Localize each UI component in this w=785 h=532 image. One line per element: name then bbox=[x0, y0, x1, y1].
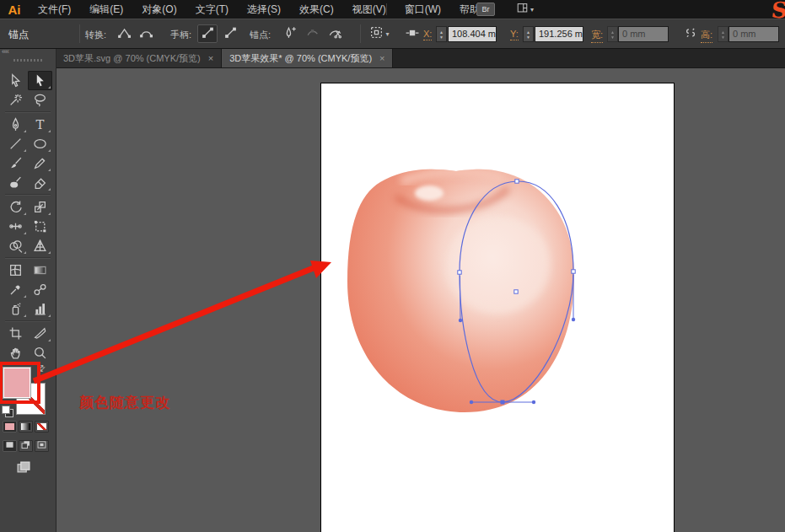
direct-selection-tool[interactable] bbox=[28, 71, 52, 90]
draw-normal-button[interactable] bbox=[3, 440, 17, 452]
flyout-indicator bbox=[48, 314, 51, 317]
column-graph-tool[interactable] bbox=[28, 299, 52, 319]
canvas-area[interactable] bbox=[56, 67, 785, 532]
pencil-tool[interactable] bbox=[28, 153, 52, 173]
hide-handles-button[interactable] bbox=[220, 24, 240, 43]
height-label[interactable]: 高: bbox=[701, 29, 712, 43]
width-stepper[interactable] bbox=[607, 26, 618, 42]
gradient-tool[interactable] bbox=[28, 261, 52, 280]
show-handles-button[interactable] bbox=[197, 24, 218, 43]
free-transform-tool[interactable] bbox=[28, 217, 52, 236]
chevron-down-icon bbox=[385, 30, 389, 38]
selected-anchor-point[interactable] bbox=[501, 400, 505, 405]
y-stepper[interactable] bbox=[523, 26, 534, 42]
x-value-field[interactable]: 108.404 mm bbox=[448, 26, 497, 42]
blob-brush-tool[interactable] bbox=[3, 173, 28, 192]
anchor-point[interactable] bbox=[515, 180, 519, 183]
workspace-switcher-button[interactable] bbox=[516, 3, 543, 16]
default-fill-stroke-icon[interactable] bbox=[2, 406, 15, 417]
width-label[interactable]: 宽: bbox=[591, 29, 603, 43]
apple-shape[interactable] bbox=[347, 169, 574, 412]
anchor-point[interactable] bbox=[458, 271, 461, 274]
artboard-tool[interactable] bbox=[3, 324, 28, 343]
remove-anchor-icon bbox=[305, 25, 320, 42]
none-button[interactable] bbox=[35, 421, 49, 433]
type-tool[interactable]: T bbox=[28, 115, 52, 134]
mesh-tool[interactable] bbox=[3, 261, 28, 280]
handle-end-point[interactable] bbox=[459, 319, 462, 322]
fill-swatch[interactable] bbox=[3, 367, 31, 399]
annotation-text: 颜色随意更改 bbox=[79, 393, 170, 412]
document-tabs: 3D苹果.svg @ 70% (CMYK/预览)×3D苹果效果* @ 70% (… bbox=[56, 49, 785, 68]
blend-tool[interactable] bbox=[28, 280, 52, 299]
magic-wand-tool[interactable] bbox=[3, 90, 28, 110]
selection-tool[interactable] bbox=[3, 71, 28, 90]
tab-close-button[interactable]: × bbox=[379, 54, 384, 62]
bridge-button[interactable]: Br bbox=[476, 3, 495, 16]
paintbrush-tool[interactable] bbox=[3, 153, 28, 173]
zoom-tool[interactable] bbox=[28, 343, 52, 363]
menu-file[interactable]: 文件(F) bbox=[29, 0, 80, 19]
lasso-tool[interactable] bbox=[28, 90, 52, 110]
convert-smooth-icon bbox=[138, 25, 153, 42]
tool-group-divider bbox=[5, 320, 51, 322]
convert-to-corner-button[interactable] bbox=[113, 24, 133, 43]
flyout-indicator bbox=[48, 130, 51, 132]
height-stepper[interactable] bbox=[718, 26, 729, 42]
menu-view[interactable]: 视图(V) bbox=[343, 0, 395, 19]
menu-effect[interactable]: 效果(C) bbox=[290, 0, 343, 19]
x-label[interactable]: X: bbox=[423, 29, 432, 40]
tab-close-button[interactable]: × bbox=[208, 54, 213, 62]
hand-tool[interactable] bbox=[3, 343, 28, 363]
eyedropper-tool[interactable] bbox=[3, 280, 28, 299]
shape-builder-tool[interactable] bbox=[3, 236, 28, 255]
menu-bar: Ai 文件(F)编辑(E)对象(O)文字(T)选择(S)效果(C)视图(V)窗口… bbox=[0, 0, 785, 19]
draw-behind-button[interactable] bbox=[19, 440, 33, 452]
handle-end-point[interactable] bbox=[572, 318, 575, 321]
swap-fill-stroke-icon[interactable] bbox=[35, 363, 47, 374]
context-title: 锚点 bbox=[8, 28, 29, 42]
pen-tool[interactable] bbox=[3, 115, 28, 134]
eraser-tool[interactable] bbox=[28, 173, 52, 192]
menu-select[interactable]: 选择(S) bbox=[238, 0, 290, 19]
handle-end-point[interactable] bbox=[470, 400, 473, 404]
panel-grip[interactable] bbox=[13, 59, 42, 62]
draw-inside-icon bbox=[35, 439, 48, 453]
perspective-grid-tool[interactable] bbox=[28, 236, 52, 255]
slice-tool[interactable] bbox=[28, 324, 52, 343]
anchor-point[interactable] bbox=[572, 270, 575, 273]
y-value-field[interactable]: 191.256 mm bbox=[535, 26, 583, 42]
menu-type[interactable]: 文字(T) bbox=[186, 0, 238, 19]
menu-object[interactable]: 对象(O) bbox=[132, 0, 185, 19]
draw-inside-button[interactable] bbox=[35, 440, 49, 452]
line-segment-tool[interactable] bbox=[3, 134, 28, 153]
y-label[interactable]: Y: bbox=[510, 29, 519, 40]
gradient-button[interactable] bbox=[19, 421, 33, 433]
height-value-field[interactable]: 0 mm bbox=[729, 26, 779, 42]
rotate-tool[interactable] bbox=[3, 197, 28, 217]
width-value-field[interactable]: 0 mm bbox=[618, 26, 669, 42]
remove-anchor-button[interactable] bbox=[302, 24, 322, 43]
width-tool[interactable] bbox=[3, 217, 28, 236]
x-stepper[interactable] bbox=[436, 26, 447, 42]
cut-path-button[interactable] bbox=[325, 24, 345, 43]
add-anchor-button[interactable] bbox=[279, 24, 299, 43]
apple-artwork[interactable] bbox=[321, 83, 674, 532]
symbol-sprayer-tool[interactable] bbox=[3, 299, 28, 319]
convert-to-smooth-button[interactable] bbox=[135, 24, 155, 43]
isolate-object-button[interactable] bbox=[401, 24, 422, 43]
select-similar-button[interactable] bbox=[366, 24, 393, 43]
menu-window[interactable]: 窗口(W) bbox=[395, 0, 450, 19]
menu-edit[interactable]: 编辑(E) bbox=[80, 0, 132, 19]
screen-mode-button[interactable] bbox=[12, 460, 35, 477]
tools-panel: T bbox=[0, 49, 56, 532]
document-tab-1[interactable]: 3D苹果.svg @ 70% (CMYK/预览)× bbox=[56, 49, 222, 67]
artboard[interactable] bbox=[320, 83, 675, 532]
color-button[interactable] bbox=[3, 421, 17, 433]
ellipse-tool[interactable] bbox=[28, 134, 52, 153]
scale-tool[interactable] bbox=[28, 197, 52, 217]
constrain-proportions-button[interactable] bbox=[680, 24, 700, 43]
flyout-indicator bbox=[48, 339, 51, 341]
handle-end-point[interactable] bbox=[532, 400, 535, 404]
document-tab-2[interactable]: 3D苹果效果* @ 70% (CMYK/预览)× bbox=[222, 49, 393, 67]
